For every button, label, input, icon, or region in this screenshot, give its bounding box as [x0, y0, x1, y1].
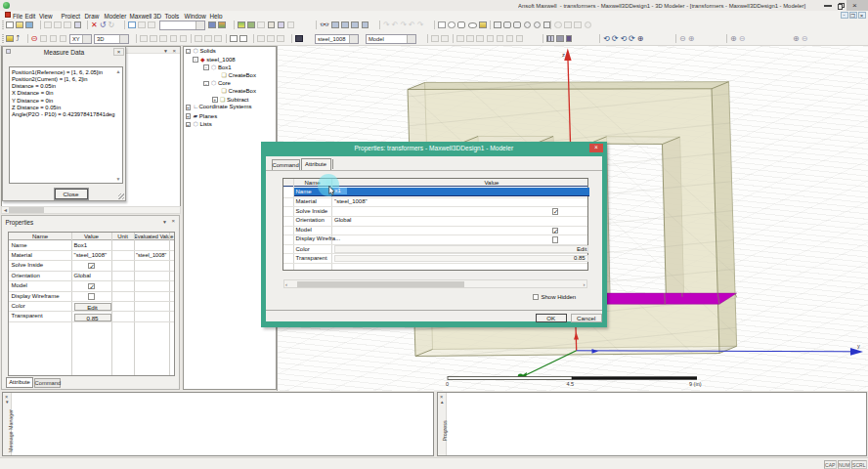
svg-text:0: 0: [446, 381, 449, 387]
svg-text:z: z: [562, 51, 565, 57]
svg-text:y: y: [857, 342, 860, 348]
svg-text:9 (in): 9 (in): [689, 381, 702, 387]
svg-text:4.5: 4.5: [567, 381, 575, 387]
